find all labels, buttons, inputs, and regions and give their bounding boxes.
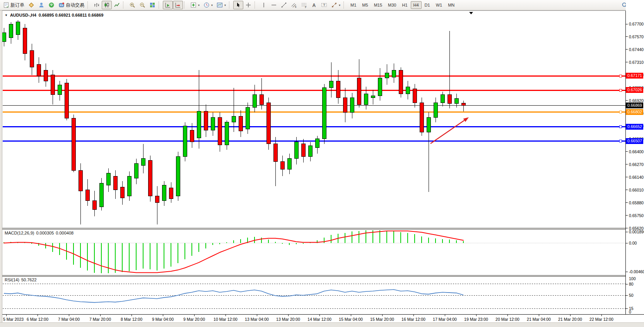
- new-order-icon: [3, 2, 9, 8]
- auto-trading-button[interactable]: 自动交易: [56, 1, 86, 9]
- chart-shift-marker[interactable]: [469, 12, 473, 14]
- chart-ohlc-values: 0.66895 0.66921 0.66811 0.66869: [39, 13, 104, 17]
- main-chart[interactable]: [2, 11, 625, 228]
- candles: [2, 20, 465, 224]
- cursor-tool-button[interactable]: [233, 1, 243, 9]
- macd-axis-label: -0.004606: [626, 269, 644, 274]
- indicators-button[interactable]: ▾: [188, 1, 202, 9]
- bar-chart-button[interactable]: [92, 1, 102, 9]
- zoom-in-button[interactable]: [127, 1, 137, 9]
- text-label-icon: T: [321, 2, 327, 8]
- macd-label: MACD(12,26,9) 0.000305 0.000408: [5, 231, 73, 235]
- macd-name: MACD(12,26,9): [5, 231, 34, 235]
- templates-button[interactable]: ▾: [215, 1, 228, 9]
- timeframe-m15[interactable]: M15: [371, 1, 385, 9]
- tile-windows-icon: [149, 2, 155, 8]
- price-tick: 0.66400: [626, 149, 644, 154]
- toolbar-separator: [343, 2, 346, 9]
- rsi-axis-label: 50: [626, 293, 634, 298]
- price-axis[interactable]: 0.677000.675700.674400.673100.671800.670…: [626, 0, 644, 327]
- profile-button[interactable]: [36, 1, 46, 9]
- periods-button[interactable]: ▾: [202, 1, 215, 9]
- zoom-out-button[interactable]: [137, 1, 147, 9]
- tile-windows-button[interactable]: [147, 1, 157, 9]
- svg-text:E: E: [295, 5, 297, 8]
- time-axis-label: 13 Mar 04:00: [245, 317, 269, 322]
- toolbar-separator: [123, 2, 126, 9]
- horizontal-line-tool-button[interactable]: [269, 1, 279, 9]
- profile-icon: [38, 2, 44, 8]
- candlestick-chart-icon: [104, 2, 110, 8]
- arrows-tool-button[interactable]: ▾: [329, 1, 342, 9]
- rsi-value: 50.7622: [21, 277, 37, 282]
- periods-dropdown-caret[interactable]: ▾: [211, 3, 213, 7]
- time-axis-label: 9 Mar 20:00: [183, 317, 205, 322]
- toolbar-separator: [184, 2, 187, 9]
- arrows-icon: [331, 2, 337, 8]
- time-axis-label: 19 Mar 23:00: [464, 317, 488, 322]
- crosshair-tool-button[interactable]: [243, 1, 253, 9]
- time-axis-label: 7 Mar 04:00: [58, 317, 80, 322]
- macd-histogram: [4, 230, 463, 273]
- vertical-line-tool-button[interactable]: [259, 1, 269, 9]
- timeframe-h4[interactable]: H4: [411, 1, 422, 9]
- templates-dropdown-caret[interactable]: ▾: [224, 3, 226, 7]
- text-label-tool-button[interactable]: T: [319, 1, 329, 9]
- gold-button[interactable]: [26, 1, 36, 9]
- timeframe-w1[interactable]: W1: [433, 1, 445, 9]
- equidistant-channel-tool-button[interactable]: E: [289, 1, 299, 9]
- price-badge: 0.66652: [626, 124, 643, 130]
- time-tick: [507, 315, 508, 316]
- time-tick: [194, 315, 195, 316]
- trendline-tool-button[interactable]: [279, 1, 289, 9]
- macd-panel-chart[interactable]: [2, 229, 625, 275]
- text-tool-button[interactable]: A: [309, 1, 319, 9]
- timeframe-h1[interactable]: H1: [399, 1, 410, 9]
- horizontal-lines[interactable]: [3, 75, 625, 142]
- rsi-panel-chart[interactable]: [2, 277, 625, 314]
- time-tick: [413, 315, 414, 316]
- one-click-trading-caret[interactable]: ▼: [5, 14, 8, 17]
- rsi-axis-label: 0: [626, 309, 631, 315]
- timeframe-m30[interactable]: M30: [385, 1, 399, 9]
- fibonacci-tool-button[interactable]: F: [299, 1, 309, 9]
- chart-shift-button[interactable]: [173, 1, 183, 9]
- timeframe-m5[interactable]: M5: [359, 1, 371, 9]
- time-axis-label: 17 Mar 04:00: [433, 317, 457, 322]
- new-order-button[interactable]: 新订单: [1, 1, 26, 9]
- window-bottom-edge: [0, 322, 644, 327]
- time-tick: [132, 315, 132, 316]
- price-badge: 0.67026: [626, 87, 643, 93]
- time-tick: [476, 315, 477, 316]
- time-tick: [445, 315, 445, 316]
- price-badge: 0.66869: [626, 103, 643, 108]
- price-tick: 0.67440: [626, 47, 644, 52]
- macd-axis-label: 0.001896: [626, 229, 644, 235]
- timeframe-m1[interactable]: M1: [348, 1, 359, 9]
- indicators-dropdown-caret[interactable]: ▾: [198, 3, 200, 7]
- trend-arrow[interactable]: [430, 117, 469, 144]
- arrows-dropdown-caret[interactable]: ▾: [339, 3, 340, 7]
- line-chart-button[interactable]: [112, 1, 122, 9]
- price-tick: 0.67310: [626, 60, 644, 65]
- gold-icon: [28, 2, 34, 8]
- signals-icon: [48, 2, 55, 8]
- candlestick-chart-button[interactable]: [102, 1, 112, 9]
- macd-value-main: 0.000305: [36, 231, 54, 235]
- timeframe-mn[interactable]: MN: [445, 1, 457, 9]
- toolbar-separator: [159, 2, 161, 9]
- signals-button[interactable]: [46, 1, 56, 9]
- timeframe-d1[interactable]: D1: [422, 1, 433, 9]
- price-tick: 0.66140: [626, 175, 644, 180]
- timeframe-group: M1M5M15M30H1H4D1W1MN: [348, 1, 457, 9]
- time-axis-label: 6 Mar 12:00: [27, 317, 48, 322]
- time-tick: [570, 315, 571, 316]
- equidistant-channel-icon: E: [291, 2, 297, 8]
- auto-scroll-button[interactable]: [163, 1, 173, 9]
- time-axis-label: 22 Mar 12:00: [589, 317, 613, 322]
- time-axis[interactable]: 5 Mar 20236 Mar 12:007 Mar 04:007 Mar 20…: [2, 314, 644, 322]
- time-axis-label: 15 Mar 04:00: [339, 317, 363, 322]
- time-tick: [382, 315, 383, 316]
- time-axis-label: 13 Mar 20:00: [276, 317, 300, 322]
- time-axis-label: 14 Mar 12:00: [307, 317, 331, 322]
